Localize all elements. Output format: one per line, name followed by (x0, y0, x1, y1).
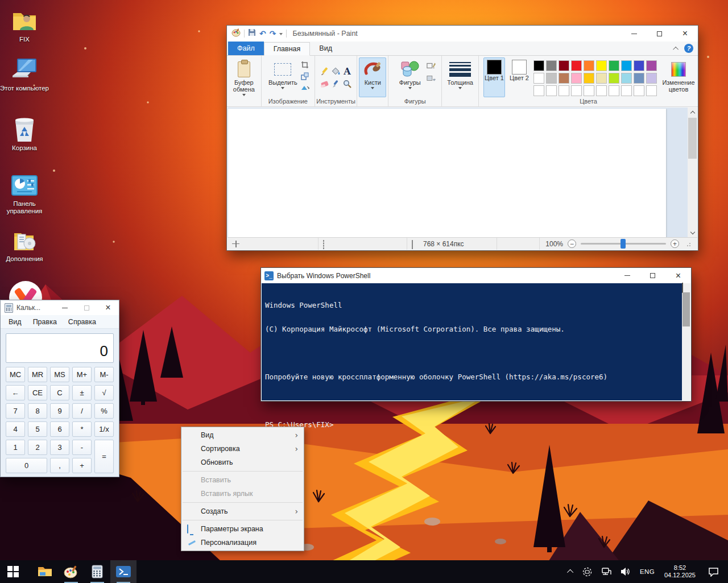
scrollbar-thumb[interactable] (682, 292, 690, 326)
taskbar-calculator-button[interactable] (84, 560, 110, 583)
tray-expand-button[interactable] (565, 560, 577, 583)
language-indicator[interactable]: ENG (636, 560, 659, 583)
tray-volume-button[interactable] (617, 560, 635, 583)
color2-button[interactable]: Цвет 2 (508, 57, 530, 97)
key-ce[interactable]: CE (28, 385, 47, 400)
palette-color[interactable] (559, 60, 569, 71)
key-mplus[interactable]: M+ (72, 367, 92, 382)
tab-home[interactable]: Главная (264, 42, 311, 56)
color1-button[interactable]: Цвет 1 (483, 57, 505, 97)
palette-color[interactable] (609, 60, 619, 71)
desktop-icon-control-panel[interactable]: Панель управления (0, 172, 49, 215)
key-mr[interactable]: MR (28, 367, 47, 382)
calculator-minimize-button[interactable] (54, 300, 76, 315)
help-icon[interactable]: ? (684, 44, 693, 53)
qat-customize-icon[interactable] (279, 33, 283, 35)
taskbar-explorer-button[interactable] (32, 560, 58, 583)
palette-empty-slot[interactable] (559, 85, 569, 96)
key-ms[interactable]: MS (50, 367, 69, 382)
paint-maximize-button[interactable] (647, 26, 672, 42)
rotate-icon[interactable] (300, 83, 309, 92)
palette-empty-slot[interactable] (533, 85, 544, 96)
palette-color[interactable] (533, 60, 544, 71)
palette-empty-slot[interactable] (609, 85, 619, 96)
menu-item-view[interactable]: Вид› (181, 428, 304, 442)
powershell-maximize-button[interactable] (640, 268, 665, 283)
scrollbar-thumb[interactable] (688, 118, 697, 159)
key-multiply[interactable]: * (72, 421, 92, 437)
key-mc[interactable]: MC (6, 367, 25, 382)
key-sqrt[interactable]: √ (94, 385, 114, 400)
shape-outline-icon[interactable] (427, 61, 436, 70)
key-2[interactable]: 2 (28, 440, 47, 455)
palette-color[interactable] (646, 73, 657, 84)
palette-empty-slot[interactable] (646, 85, 657, 96)
paint-canvas[interactable] (228, 109, 666, 238)
tab-view[interactable]: Вид (310, 42, 341, 55)
fill-icon[interactable] (332, 67, 341, 76)
key-negate[interactable]: ± (72, 385, 92, 400)
menu-item-sort[interactable]: Сортировка› (181, 442, 304, 456)
palette-color[interactable] (571, 73, 582, 84)
paint-close-button[interactable]: × (672, 26, 698, 42)
tab-file[interactable]: Файл (228, 42, 264, 55)
palette-color[interactable] (571, 60, 582, 71)
shapes-button[interactable]: Фигуры (395, 57, 425, 97)
palette-color[interactable] (609, 73, 619, 84)
palette-empty-slot[interactable] (584, 85, 594, 96)
palette-color[interactable] (546, 60, 557, 71)
palette-color[interactable] (596, 73, 607, 84)
palette-empty-slot[interactable] (571, 85, 582, 96)
palette-empty-slot[interactable] (546, 85, 557, 96)
palette-color[interactable] (634, 60, 644, 71)
menu-item-refresh[interactable]: Обновить (181, 456, 304, 469)
menu-view[interactable]: Вид (4, 317, 26, 327)
key-6[interactable]: 6 (50, 421, 69, 437)
scroll-down-icon[interactable] (688, 228, 697, 237)
scroll-down-icon[interactable] (682, 283, 683, 293)
palette-color[interactable] (646, 60, 657, 71)
palette-empty-slot[interactable] (634, 85, 644, 96)
edit-colors-button[interactable]: Изменение цветов (660, 57, 697, 97)
key-0[interactable]: 0 (6, 458, 47, 473)
palette-color[interactable] (634, 73, 644, 84)
zoom-slider[interactable] (581, 243, 666, 245)
palette-color[interactable] (621, 60, 632, 71)
key-divide[interactable]: / (72, 403, 92, 419)
taskbar-powershell-button[interactable] (110, 560, 136, 583)
clipboard-button[interactable]: Буфер обмена (229, 57, 259, 97)
key-decimal[interactable]: , (50, 458, 69, 473)
taskbar-paint-button[interactable] (58, 560, 84, 583)
start-button[interactable] (0, 560, 26, 583)
menu-item-personalization[interactable]: Персонализация (181, 536, 304, 549)
powershell-minimize-button[interactable] (614, 268, 640, 283)
menu-help[interactable]: Справка (64, 317, 101, 327)
palette-color[interactable] (559, 73, 569, 84)
resize-icon[interactable] (300, 72, 309, 81)
desktop-icon-addons[interactable]: Дополнения (0, 228, 49, 263)
key-equals[interactable]: = (94, 440, 114, 473)
palette-color[interactable] (596, 60, 607, 71)
key-minus[interactable]: - (72, 440, 92, 455)
key-4[interactable]: 4 (6, 421, 25, 437)
scroll-up-icon[interactable] (688, 107, 697, 117)
palette-color[interactable] (533, 73, 544, 84)
collapse-ribbon-icon[interactable] (673, 46, 679, 52)
paint-minimize-button[interactable] (621, 26, 647, 42)
crop-icon[interactable] (300, 60, 309, 69)
zoom-in-button[interactable]: + (671, 239, 679, 248)
text-tool-icon[interactable]: A (343, 67, 352, 76)
menu-edit[interactable]: Правка (28, 317, 61, 327)
palette-color[interactable] (621, 73, 632, 84)
key-9[interactable]: 9 (50, 403, 69, 419)
redo-icon[interactable]: ↷ (270, 29, 276, 38)
menu-item-new[interactable]: Создать› (181, 505, 304, 518)
powershell-console[interactable]: Windows PowerShell (C) Корпорация Майкро… (262, 283, 690, 400)
calculator-maximize-button[interactable] (76, 300, 97, 315)
palette-empty-slot[interactable] (621, 85, 632, 96)
key-mminus[interactable]: M- (94, 367, 114, 382)
desktop-icon-this-pc[interactable]: Этот компьютер (0, 57, 49, 92)
eraser-icon[interactable] (320, 79, 329, 88)
thickness-button[interactable]: Толщина (444, 57, 477, 97)
powershell-scrollbar[interactable] (682, 283, 690, 400)
